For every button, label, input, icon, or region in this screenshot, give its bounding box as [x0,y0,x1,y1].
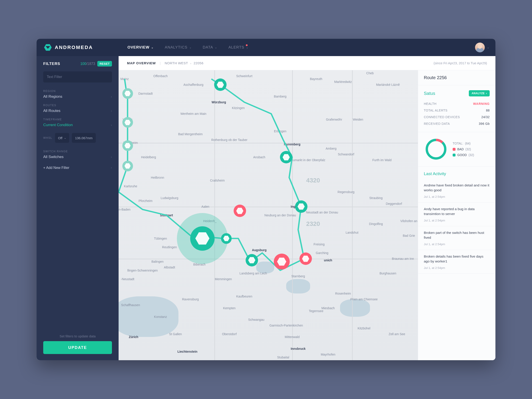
city-label: Schweinfurt [236,74,252,78]
city-label: Zürich [129,335,138,339]
filter-routes-select[interactable]: All Routes › [43,109,112,113]
city-label: Mayrhofen [321,353,335,356]
route-label: 2320 [306,220,320,228]
status-title: Satus [424,91,435,96]
nav-label: DATA [203,45,213,50]
nav-label: OVERVIEW [127,45,149,50]
city-label: Bad Grie [403,234,415,237]
activity-item[interactable]: Andy have reported a bug in data transim… [418,203,495,226]
map-node[interactable] [295,200,307,213]
filter-timeframe-select[interactable]: Current Condition › [43,123,112,127]
page-title: MAP OVERVIEW [127,61,156,65]
map-node[interactable] [221,233,232,244]
city-label: -Neustadt [121,277,134,281]
city-label: Neuburg an der Donau [265,214,296,217]
filter-switch-select[interactable]: All Switches › [43,155,112,159]
city-label: Regensburg [338,190,355,194]
activity-item[interactable]: Andrew have fixed broken detail and now … [418,179,495,203]
map-node-bad[interactable] [274,253,290,270]
update-button[interactable]: UPDATE [43,341,112,354]
nav: OVERVIEW ⌄ ANALYTICS ⌄ DATA ⌄ ALERTS ⌄ [119,45,248,50]
whsl-value[interactable]: 136.067mm [72,133,95,143]
city-label: Vilshofen an [400,219,417,223]
city-label: Darmstadt [138,92,153,95]
detail-panel: Route 2256 Satus ANALYZE › HEALTHWARNING… [418,70,495,360]
map-node-selected[interactable] [190,226,215,251]
status-kv-row: TOTAL ALERTS88 [424,107,490,114]
nav-analytics[interactable]: ANALYTICS ⌄ [165,45,191,50]
map[interactable]: MainzOffenbachAschaffenburgSchweinfurtBa… [119,70,418,360]
city-label: Schwandorf [338,152,354,156]
chevron-down-icon: ⌄ [215,46,217,49]
filter-label: REGION [43,89,112,93]
city-label: Rosenheim [335,292,351,295]
filter-label: TIMEFRAME [43,118,112,121]
city-label: Deggendorf [386,202,402,205]
panel-status: Satus ANALYZE › HEALTHWARNINGTOTAL ALERT… [418,85,495,132]
status-kv-row: CONNECTED DEVICES24/32 [424,114,490,120]
brand-name: ANDROMEDA [55,44,93,50]
city-label: llingen-Schwenningen [127,269,158,272]
filters-header: FILTERS 100/1873 RESET [37,56,119,71]
city-label: Heilbronn [151,176,164,179]
nav-overview[interactable]: OVERVIEW ⌄ [127,45,154,50]
analyze-button[interactable]: ANALYZE › [469,90,490,96]
city-label: Bad Mergentheim [178,132,203,136]
city-label: Furth im Wald [372,158,392,162]
map-node[interactable] [280,151,292,163]
city-label: Bamberg [274,95,287,98]
filter-region-select[interactable]: All Regions › [43,95,112,99]
logo-icon [44,44,52,51]
content: MainzOffenbachAschaffenburgSchweinfurtBa… [119,70,495,360]
map-node[interactable] [122,88,133,99]
brand: ANDROMEDA [37,44,119,51]
city-label: Pforzheim [139,199,152,203]
filter-label: ROUTES [43,104,112,107]
map-node[interactable] [122,140,133,151]
chevron-right-icon: › [111,109,112,113]
map-node[interactable] [122,117,133,128]
map-node-bad[interactable] [299,253,312,265]
user-menu[interactable]: ⌄ [475,43,495,52]
city-label: Prien am Chiemsee [350,298,378,301]
chevron-down-icon: ⌄ [151,46,154,49]
city-label: Landsberg am Lech [240,272,267,275]
nav-alerts[interactable]: ALERTS ⌄ [228,45,248,50]
body: FILTERS 100/1873 RESET REGION All Region… [37,56,495,360]
map-node[interactable] [246,254,258,266]
city-label: Tübingen [154,237,167,240]
activity-item[interactable]: Broken part of the switch has been hust … [418,226,495,250]
add-filter-button[interactable]: + Add New Filter › [37,161,119,175]
chevron-down-icon: ⌄ [487,46,489,49]
chevron-right-icon: › [111,95,112,98]
city-label: Amberg [326,147,336,150]
city-label: Braunau am Inn [392,257,414,260]
breadcrumb[interactable]: NORTH WEST › 22056 [165,61,203,65]
filter-region: REGION All Regions › [37,86,119,101]
nav-data[interactable]: DATA ⌄ [203,45,217,50]
city-label: Kempten [223,306,235,310]
activity-item[interactable]: Broken details has been fixed five days … [418,250,495,274]
map-node-bad[interactable] [234,205,246,217]
whsl-toggle[interactable]: Off ⌄ [55,133,69,143]
city-label: Neumarkt in der Oberpfalz [289,158,325,162]
sidebar-footer: Set filters to update data UPDATE [37,330,119,360]
date-range: (since Fri Apr23, 2017 to Tue Apr29) [434,61,487,65]
map-node[interactable] [214,78,227,91]
city-label: Ansbach [253,155,265,159]
filter-timeframe: TIMEFRAME Current Condition › [37,115,119,129]
map-node[interactable] [122,161,133,171]
text-filter-input[interactable] [43,71,112,82]
reset-button[interactable]: RESET [97,61,112,66]
filters-title: FILTERS [43,62,60,66]
city-label: Miesbach [321,306,335,310]
city-label: Starnberg [291,274,305,278]
city-label: Augsburg [252,248,266,252]
city-label: Heidenh_ [203,219,216,223]
city-label: Stuttgart [160,214,173,217]
city-label: Schaffhausen [121,303,140,307]
city-label: Dingolfing [369,222,383,226]
filter-whsl: WHSL Off ⌄ 136.067mm [37,129,119,147]
city-label: Freising [314,242,325,246]
city-label: Landshut [346,231,358,234]
